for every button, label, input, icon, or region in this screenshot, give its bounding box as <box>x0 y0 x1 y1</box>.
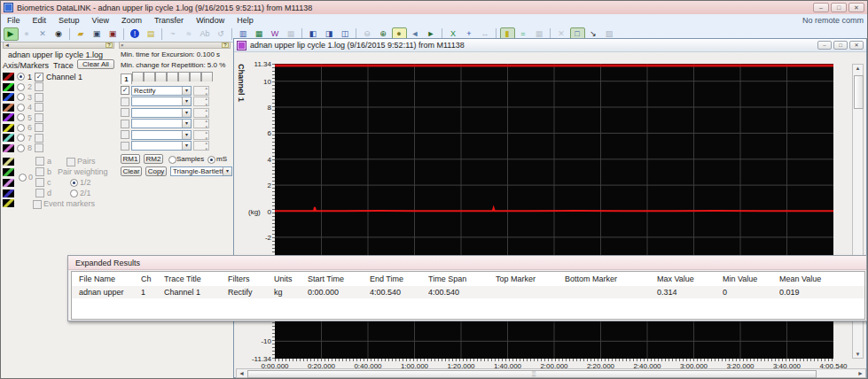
filter-spinner[interactable] <box>193 97 209 106</box>
chevron-down-icon[interactable]: ▾ <box>182 142 191 150</box>
filter-checkbox[interactable]: ✓ <box>121 130 129 139</box>
menu-item-view[interactable]: View <box>86 16 115 25</box>
filter-checkbox[interactable]: ✓ <box>121 142 129 151</box>
channel-radio-3[interactable] <box>17 93 25 101</box>
info-button[interactable]: ! <box>128 27 143 41</box>
channel-radio-7[interactable] <box>17 134 25 142</box>
filter-checkbox[interactable]: ✓ <box>121 97 129 106</box>
results-data-row[interactable]: adnan upper1Channel 1Rectifykg0:00.0004:… <box>72 286 864 298</box>
event-markers-checkbox[interactable]: ✓ <box>33 200 42 209</box>
filter-dropdown[interactable]: ▾ <box>131 108 192 118</box>
close-button[interactable]: ✕ <box>848 3 864 12</box>
chevron-down-icon[interactable]: ▾ <box>182 87 191 95</box>
filter-dropdown[interactable]: ▾ <box>131 119 192 128</box>
channel-radio-5[interactable] <box>17 113 25 121</box>
chevron-down-icon[interactable]: ▾ <box>182 97 191 105</box>
chart-minimize-button[interactable]: – <box>817 41 832 50</box>
filter-spinner[interactable] <box>193 108 209 118</box>
filter-spinner[interactable] <box>193 119 209 128</box>
record-button[interactable]: ◉ <box>51 27 66 41</box>
scroll-right-icon[interactable]: ► <box>856 369 865 378</box>
marker-checkbox-d[interactable]: ✓ <box>35 189 44 197</box>
chart-restore-button[interactable]: □ <box>833 41 848 50</box>
axis-0-radio[interactable] <box>19 174 27 182</box>
tab-blank[interactable] <box>132 72 144 81</box>
scroll-left-icon[interactable]: ◄ <box>237 369 246 378</box>
clear-button[interactable]: Clear <box>121 166 142 176</box>
filter-spinner[interactable] <box>193 141 209 151</box>
channel-radio-4[interactable] <box>17 104 25 112</box>
tab-blank[interactable] <box>167 72 178 81</box>
weight-half-radio[interactable] <box>70 179 78 187</box>
channel-checkbox-2[interactable]: ✓ <box>35 82 43 91</box>
expanded-results-title-bar[interactable]: Expanded Results <box>68 256 866 270</box>
horizontal-scroll-thumb[interactable] <box>247 370 817 378</box>
tab-blank[interactable] <box>178 72 190 81</box>
help-button[interactable]: ? <box>106 43 113 48</box>
tab-blank[interactable] <box>201 72 213 81</box>
tab-blank[interactable] <box>190 72 201 81</box>
save-button[interactable]: ▣ <box>90 27 105 41</box>
rm1-button[interactable]: RM1 <box>121 154 140 164</box>
chart-window-title-bar[interactable]: adnan upper lip cycle 1.log (9/16/2015 9… <box>234 39 866 52</box>
filter-dropdown[interactable]: ▾ <box>131 97 192 106</box>
trace-panel-header[interactable]: ◄ ? <box>3 42 114 49</box>
tab-blank[interactable] <box>144 72 155 81</box>
repetition-value[interactable]: 5.0 <box>207 61 217 69</box>
menu-item-window[interactable]: Window <box>190 16 231 25</box>
capture-button[interactable]: ▶ <box>4 27 19 41</box>
copy-button[interactable]: Copy <box>145 166 167 176</box>
channel-radio-1[interactable] <box>17 73 25 81</box>
chevron-down-icon[interactable]: ▾ <box>223 167 231 175</box>
filter-dropdown[interactable]: ▾ <box>131 141 192 151</box>
pairs-checkbox[interactable]: ✓ <box>66 158 75 166</box>
samples-radio[interactable] <box>168 156 176 164</box>
help-button[interactable]: ? <box>222 43 229 48</box>
menu-item-transfer[interactable]: Transfer <box>148 16 190 25</box>
menu-item-edit[interactable]: Edit <box>27 16 53 25</box>
chart-close-button[interactable]: ✕ <box>849 41 864 50</box>
minimize-button[interactable]: – <box>813 3 829 12</box>
marker-checkbox-b[interactable]: ✓ <box>35 167 44 176</box>
marker-checkbox-a[interactable]: ✓ <box>35 157 44 166</box>
ms-radio[interactable] <box>207 156 215 164</box>
channel-checkbox-4[interactable]: ✓ <box>35 103 43 112</box>
menu-item-zoom[interactable]: Zoom <box>115 16 148 25</box>
filter-dropdown[interactable]: ▾ <box>131 130 192 140</box>
channel-radio-8[interactable] <box>17 144 25 152</box>
tab-1[interactable]: 1 <box>121 73 132 84</box>
scroll-up-icon[interactable]: ▲ <box>853 66 863 71</box>
open-file-button[interactable]: ▰ <box>74 27 89 41</box>
filter-spinner[interactable] <box>193 86 209 96</box>
channel-checkbox-1[interactable]: ✓ <box>35 73 43 81</box>
clear-all-button[interactable]: Clear All <box>77 59 114 69</box>
channel-checkbox-6[interactable]: ✓ <box>35 123 43 132</box>
filter-dropdown[interactable]: Rectify▾ <box>131 86 192 96</box>
channel-checkbox-3[interactable]: ✓ <box>35 93 43 102</box>
maximize-button[interactable]: □ <box>831 3 847 12</box>
panel-collapse-icon[interactable]: ◄ <box>4 43 10 48</box>
chevron-down-icon[interactable]: ▾ <box>182 120 191 128</box>
panel-close-icon[interactable]: × <box>121 43 124 48</box>
weight-double-radio[interactable] <box>70 190 78 197</box>
analysis-panel-header[interactable]: × ? <box>119 42 231 49</box>
chevron-down-icon[interactable]: ▾ <box>182 131 191 139</box>
excursion-value[interactable]: 0.100 <box>197 50 215 58</box>
vertical-scroll-thumb[interactable] <box>854 75 864 109</box>
filter-spinner[interactable] <box>193 130 209 140</box>
filter-checkbox[interactable]: ✓ <box>121 120 129 128</box>
filter-checkbox[interactable]: ✓ <box>121 108 129 117</box>
channel-radio-6[interactable] <box>17 124 25 132</box>
chevron-down-icon[interactable]: ▾ <box>182 109 191 117</box>
window-function-dropdown[interactable]: Triangle-Bartlett ▾ <box>170 166 232 176</box>
stop-link-button[interactable]: ✕ <box>35 27 51 41</box>
menu-item-file[interactable]: File <box>1 16 27 25</box>
channel-radio-2[interactable] <box>17 83 25 91</box>
channel-checkbox-8[interactable]: ✓ <box>35 143 43 152</box>
title-bar[interactable]: Biometrics DataLINK - adnan upper lip cy… <box>1 1 867 15</box>
tab-blank[interactable] <box>155 72 167 81</box>
menu-item-setup[interactable]: Setup <box>52 16 86 25</box>
filter-checkbox[interactable]: ✓ <box>121 86 129 95</box>
horizontal-scrollbar[interactable]: ◄ ► <box>236 368 866 378</box>
menu-item-help[interactable]: Help <box>231 16 260 25</box>
